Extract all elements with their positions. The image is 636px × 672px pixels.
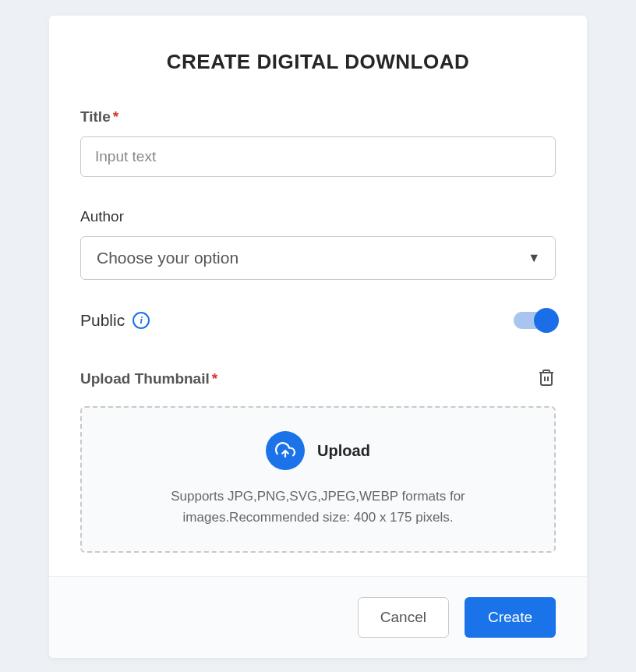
author-label: Author	[80, 208, 556, 225]
public-label-group: Public i	[80, 311, 150, 330]
cancel-button[interactable]: Cancel	[358, 597, 449, 638]
upload-hint: Supports JPG,PNG,SVG,JPEG,WEBP formats f…	[113, 486, 523, 528]
upload-area[interactable]: Upload Supports JPG,PNG,SVG,JPEG,WEBP fo…	[80, 406, 556, 553]
public-label: Public	[80, 311, 125, 330]
upload-icon-circle[interactable]	[266, 431, 305, 470]
toggle-knob	[534, 308, 559, 333]
modal-footer: Cancel Create	[49, 576, 587, 658]
author-field-group: Author Choose your option ▼	[80, 208, 556, 280]
title-field-group: Title*	[80, 108, 556, 177]
modal-title: CREATE DIGITAL DOWNLOAD	[80, 50, 556, 74]
modal-body: CREATE DIGITAL DOWNLOAD Title* Author Ch…	[49, 16, 587, 576]
thumbnail-label: Upload Thumbnail*	[80, 370, 217, 387]
author-select[interactable]: Choose your option	[80, 236, 556, 280]
title-input[interactable]	[80, 136, 556, 177]
title-label: Title*	[80, 108, 556, 126]
create-button[interactable]: Create	[465, 597, 556, 638]
upload-button-label: Upload	[317, 442, 370, 460]
title-label-text: Title	[80, 108, 111, 125]
public-toggle[interactable]	[514, 312, 556, 329]
required-marker: *	[113, 108, 118, 125]
required-marker: *	[212, 370, 217, 387]
public-field-row: Public i	[80, 311, 556, 330]
trash-icon[interactable]	[537, 367, 556, 391]
create-download-modal: CREATE DIGITAL DOWNLOAD Title* Author Ch…	[49, 16, 587, 658]
author-select-value: Choose your option	[97, 249, 238, 267]
author-select-wrapper: Choose your option ▼	[80, 236, 556, 280]
thumbnail-header: Upload Thumbnail*	[80, 367, 556, 391]
thumbnail-label-text: Upload Thumbnail	[80, 370, 210, 387]
upload-button-row: Upload	[113, 431, 523, 470]
cloud-upload-icon	[275, 440, 295, 461]
info-icon[interactable]: i	[132, 312, 150, 329]
